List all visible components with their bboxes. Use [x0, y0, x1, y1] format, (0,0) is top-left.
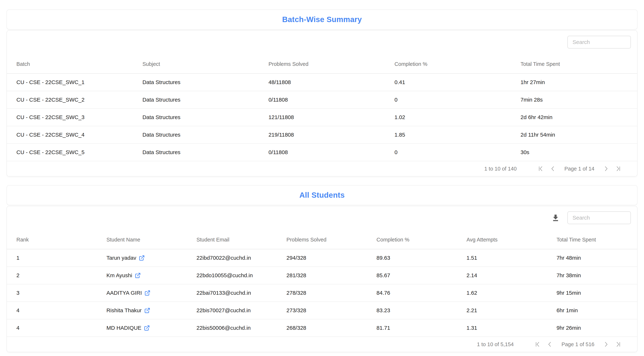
column-header-subject[interactable]: Subject: [133, 61, 259, 67]
cell-student-email: 22bai70133@cuchd.in: [187, 290, 277, 296]
students-search-input[interactable]: [568, 212, 631, 224]
table-row: CU - CSE - 22CSE_SWC_3 Data Structures 1…: [7, 109, 637, 126]
table-row: 1 Tarun yadav 22ibd70022@cuchd.in 294/32…: [7, 249, 637, 267]
student-profile-link[interactable]: AADITYA GIRI: [106, 290, 150, 296]
chevron-left-icon: [546, 341, 554, 348]
cell-student-name: Tarun yadav: [97, 255, 187, 261]
batch-table-header-row: Batch Subject Problems Solved Completion…: [7, 55, 637, 74]
cell-student-email: 22bdo10055@cuchd.in: [187, 272, 277, 278]
external-link-icon: [139, 255, 145, 261]
table-row: 4 MD HADIQUE 22bis50006@cuchd.in 268/328…: [7, 319, 637, 337]
next-page-button[interactable]: [600, 339, 612, 350]
last-page-icon: [614, 341, 622, 348]
column-header-completion[interactable]: Completion %: [385, 61, 511, 67]
first-page-button[interactable]: [535, 163, 547, 174]
chevron-right-icon: [602, 341, 609, 348]
batch-pagination: 1 to 10 of 140 Page 1 of 14: [7, 161, 637, 176]
page-label: Page 1 of 14: [564, 166, 594, 172]
student-profile-link[interactable]: Km Ayushi: [106, 272, 141, 278]
all-students-card: Rank Student Name Student Email Problems…: [6, 206, 638, 352]
cell-rank: 4: [7, 307, 97, 314]
external-link-icon: [135, 272, 141, 278]
next-page-button[interactable]: [600, 163, 612, 174]
cell-avg-attempts: 1.51: [457, 255, 547, 261]
cell-batch: CU - CSE - 22CSE_SWC_2: [7, 97, 133, 103]
batch-summary-card: Batch Subject Problems Solved Completion…: [6, 30, 638, 176]
cell-completion: 0.41: [385, 79, 511, 85]
cell-subject: Data Structures: [133, 132, 259, 138]
previous-page-button[interactable]: [544, 339, 556, 350]
last-page-button[interactable]: [612, 339, 624, 350]
cell-completion: 89.63: [367, 255, 457, 261]
external-link-icon: [144, 325, 150, 331]
cell-problems-solved: 268/328: [277, 325, 367, 331]
last-page-button[interactable]: [612, 163, 624, 174]
first-page-button[interactable]: [532, 339, 544, 350]
cell-avg-attempts: 1.31: [457, 325, 547, 331]
cell-student-name: Km Ayushi: [97, 272, 187, 278]
cell-subject: Data Structures: [133, 114, 259, 120]
cell-total-time: 1hr 27min: [511, 79, 637, 85]
external-link-icon: [144, 308, 150, 314]
cell-problems-solved: 121/11808: [259, 114, 385, 120]
column-header-problems-solved[interactable]: Problems Solved: [277, 237, 367, 243]
all-students-title-bar: All Students: [6, 185, 638, 205]
cell-total-time: 9hr 15min: [547, 290, 637, 296]
row-range-label: 1 to 10 of 140: [484, 166, 516, 172]
column-header-total-time[interactable]: Total Time Spent: [511, 61, 637, 67]
cell-student-name: MD HADIQUE: [97, 325, 187, 331]
cell-completion: 0: [385, 149, 511, 156]
cell-completion: 85.67: [367, 272, 457, 278]
student-profile-link[interactable]: Tarun yadav: [106, 255, 145, 261]
student-profile-link[interactable]: Rishita Thakur: [106, 307, 150, 314]
column-header-rank[interactable]: Rank: [7, 237, 97, 243]
student-profile-link[interactable]: MD HADIQUE: [106, 325, 150, 331]
column-header-student-email[interactable]: Student Email: [187, 237, 277, 243]
cell-total-time: 6hr 1min: [547, 307, 637, 314]
last-page-icon: [614, 165, 622, 172]
external-link-icon: [144, 290, 150, 296]
cell-total-time: 2d 11hr 54min: [511, 132, 637, 138]
all-students-title: All Students: [300, 191, 345, 200]
chevron-left-icon: [550, 165, 556, 172]
row-range-label: 1 to 10 of 5,154: [477, 342, 514, 348]
column-header-batch[interactable]: Batch: [7, 61, 133, 67]
cell-total-time: 9hr 26min: [547, 325, 637, 331]
cell-problems-solved: 278/328: [277, 290, 367, 296]
all-students-toolbar: [7, 206, 637, 230]
cell-total-time: 7min 28s: [511, 97, 637, 103]
batch-summary-title-bar: Batch-Wise Summary: [6, 10, 638, 30]
cell-completion: 81.71: [367, 325, 457, 331]
batch-search-input[interactable]: [568, 36, 631, 48]
students-table-header-row: Rank Student Name Student Email Problems…: [7, 230, 637, 249]
page-label: Page 1 of 516: [562, 342, 594, 348]
cell-total-time: 30s: [511, 149, 637, 156]
table-row: CU - CSE - 22CSE_SWC_2 Data Structures 0…: [7, 91, 637, 109]
all-students-section: All Students Rank Student Name Student E…: [6, 185, 638, 352]
cell-avg-attempts: 2.14: [457, 272, 547, 278]
cell-completion: 1.02: [385, 114, 511, 120]
download-button[interactable]: [551, 214, 560, 222]
student-name-text: Km Ayushi: [106, 272, 132, 278]
cell-batch: CU - CSE - 22CSE_SWC_3: [7, 114, 133, 120]
cell-total-time: 7hr 48min: [547, 255, 637, 261]
first-page-icon: [534, 341, 541, 348]
column-header-avg-attempts[interactable]: Avg Attempts: [457, 237, 547, 243]
cell-subject: Data Structures: [133, 79, 259, 85]
cell-problems-solved: 294/328: [277, 255, 367, 261]
column-header-problems-solved[interactable]: Problems Solved: [259, 61, 385, 67]
cell-completion: 0: [385, 97, 511, 103]
column-header-student-name[interactable]: Student Name: [97, 237, 187, 243]
cell-student-name: Rishita Thakur: [97, 307, 187, 314]
cell-rank: 3: [7, 290, 97, 296]
cell-avg-attempts: 1.62: [457, 290, 547, 296]
cell-subject: Data Structures: [133, 97, 259, 103]
cell-student-email: 22bis50006@cuchd.in: [187, 325, 277, 331]
column-header-total-time[interactable]: Total Time Spent: [547, 237, 637, 243]
cell-completion: 1.85: [385, 132, 511, 138]
cell-rank: 4: [7, 325, 97, 331]
column-header-completion[interactable]: Completion %: [367, 237, 457, 243]
previous-page-button[interactable]: [547, 163, 559, 174]
table-row: 3 AADITYA GIRI 22bai70133@cuchd.in 278/3…: [7, 284, 637, 302]
first-page-icon: [538, 165, 544, 172]
